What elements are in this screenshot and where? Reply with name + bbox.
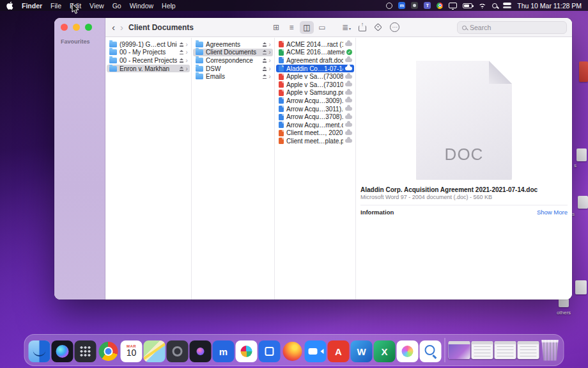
folder-row[interactable]: Correspondence › xyxy=(193,56,273,65)
menu-go[interactable]: Go xyxy=(112,2,121,10)
file-row[interactable]: Client meet…plate.pptx xyxy=(276,137,354,145)
menu-edit[interactable]: Edit xyxy=(70,2,81,10)
eject-icon[interactable] xyxy=(262,74,267,79)
desktop-file-label: others xyxy=(550,310,578,316)
dock-finder-icon[interactable] xyxy=(29,340,50,362)
file-row[interactable]: ACME 2016…atement.xls ✓ xyxy=(276,49,354,57)
search-field[interactable] xyxy=(457,21,567,34)
display-icon[interactable] xyxy=(449,3,457,8)
dock-app-icon-3[interactable] xyxy=(259,340,281,362)
more-actions-button[interactable]: ⋯ xyxy=(390,22,399,32)
folder-row-selected[interactable]: Client Documents › xyxy=(193,49,273,57)
mattermost-status-icon[interactable]: m xyxy=(398,2,405,9)
desktop-file-icon[interactable] xyxy=(576,148,587,161)
file-row[interactable]: Apple v Samsung.pdf xyxy=(276,89,354,97)
dock-excel-icon[interactable]: X xyxy=(374,340,396,362)
battery-icon[interactable] xyxy=(463,3,472,8)
eject-icon[interactable] xyxy=(179,58,184,63)
file-row[interactable]: Arrow Acqu…3708).docx xyxy=(276,113,354,121)
dock-app-icon-1[interactable] xyxy=(167,340,189,362)
menu-view[interactable]: View xyxy=(89,2,104,10)
control-center-icon[interactable] xyxy=(503,3,511,8)
column-view-button[interactable]: ◫ xyxy=(300,21,314,34)
dock-window-thumbnail[interactable] xyxy=(449,341,470,359)
dock-calendar-icon[interactable]: MAR 10 xyxy=(121,340,143,362)
file-row[interactable]: Client meet…, 2020.pptx xyxy=(276,129,354,138)
dock-acrobat-icon[interactable]: A xyxy=(328,340,350,362)
dock-maps-icon[interactable] xyxy=(144,340,166,362)
teams-status-icon[interactable]: T xyxy=(424,2,431,9)
desktop-file-icon[interactable] xyxy=(579,61,588,82)
close-button[interactable] xyxy=(61,24,68,31)
dock-app-icon-2[interactable] xyxy=(190,340,212,362)
file-row[interactable]: Apple v Sa…(73010).pdf xyxy=(276,81,354,89)
menu-bar-clock[interactable]: Thu 10 Mar 11:28 PM xyxy=(517,2,582,10)
folder-row[interactable]: Agreements › xyxy=(193,40,273,49)
folder-row[interactable]: (9999-1) G…ect Unicorn › xyxy=(107,40,190,49)
menu-window[interactable]: Window xyxy=(130,2,153,10)
dock-window-thumbnail[interactable] xyxy=(518,341,539,359)
folder-row[interactable]: 00 - My Projects › xyxy=(107,49,190,57)
folder-row[interactable]: DSW › xyxy=(193,65,273,73)
back-button[interactable]: ‹ xyxy=(112,22,115,32)
gallery-view-button[interactable]: ▭ xyxy=(315,21,329,34)
desktop-file-icon[interactable] xyxy=(578,196,588,209)
camera-status-icon[interactable] xyxy=(411,2,418,9)
file-row[interactable]: Arrow Acqu…3011).docx xyxy=(276,105,354,113)
list-view-button[interactable]: ≡ xyxy=(284,21,298,34)
pdf-file-icon xyxy=(279,74,284,80)
pptx-file-icon xyxy=(279,138,284,144)
file-row[interactable]: Apple v Sa…(73008).pdf xyxy=(276,72,354,81)
dock-trash-icon[interactable] xyxy=(541,340,560,361)
folder-row[interactable]: Emails › xyxy=(193,72,273,81)
folder-label: Emails xyxy=(206,73,260,80)
file-row[interactable]: ACME 2014…ract (1).pdf xyxy=(276,40,354,49)
icloud-status-icon xyxy=(345,67,352,70)
dock-siri-icon[interactable] xyxy=(52,340,74,362)
wifi-icon[interactable] xyxy=(478,3,486,9)
menu-file[interactable]: File xyxy=(50,2,61,10)
group-by-button[interactable]: ≣ ▾ xyxy=(342,24,351,31)
show-more-link[interactable]: Show More xyxy=(537,209,568,216)
file-row[interactable]: Arrow Acqu…ment.docx xyxy=(276,121,354,129)
dock-launchpad-icon[interactable] xyxy=(75,340,97,362)
folder-row-selected[interactable]: Enron v. Markhan › xyxy=(107,65,190,73)
zoom-button[interactable] xyxy=(85,24,92,31)
eject-icon[interactable] xyxy=(179,50,184,54)
menu-help[interactable]: Help xyxy=(162,2,176,10)
eject-icon[interactable] xyxy=(179,42,184,47)
dock-mattermost-icon[interactable]: m xyxy=(213,340,235,362)
pdf-file-icon xyxy=(279,81,284,88)
chrome-status-icon[interactable] xyxy=(437,3,443,9)
dock-window-thumbnail[interactable] xyxy=(472,341,493,359)
minimize-button[interactable] xyxy=(73,24,80,31)
dock-window-thumbnail[interactable] xyxy=(495,341,516,359)
apple-menu-icon[interactable] xyxy=(6,1,13,10)
eject-icon[interactable] xyxy=(262,67,267,71)
folder-row[interactable]: 00 - Recent Projects › xyxy=(107,56,190,65)
dock-slack-icon[interactable] xyxy=(236,340,258,362)
file-row[interactable]: Arrow Acqu…3009).docx xyxy=(276,97,354,105)
menu-finder[interactable]: Finder xyxy=(22,2,42,10)
spotlight-icon[interactable] xyxy=(492,3,497,8)
tag-button[interactable] xyxy=(374,23,382,31)
search-input[interactable] xyxy=(470,24,562,31)
status-circle-icon[interactable] xyxy=(386,3,392,9)
file-row-selected[interactable]: Aladdin Co…1-07-14.doc xyxy=(276,65,354,73)
desktop-file-icon[interactable] xyxy=(575,280,587,294)
dock-video-call-icon[interactable] xyxy=(305,340,327,362)
eject-icon[interactable] xyxy=(262,42,267,47)
share-button[interactable] xyxy=(359,23,366,31)
dock-photos-icon[interactable] xyxy=(397,340,419,362)
icon-view-button[interactable]: ⊞ xyxy=(269,21,283,34)
eject-icon[interactable] xyxy=(262,50,267,54)
dock-chrome-icon[interactable] xyxy=(98,340,120,362)
dock-word-icon[interactable]: W xyxy=(351,340,373,362)
file-row[interactable]: Agreement draft.docx xyxy=(276,56,354,65)
dock-preview-icon[interactable] xyxy=(420,340,442,362)
forward-button[interactable]: › xyxy=(120,22,123,32)
folder-icon xyxy=(196,42,203,47)
dock-firefox-icon[interactable] xyxy=(282,340,304,362)
eject-icon[interactable] xyxy=(179,67,184,71)
eject-icon[interactable] xyxy=(262,58,267,63)
